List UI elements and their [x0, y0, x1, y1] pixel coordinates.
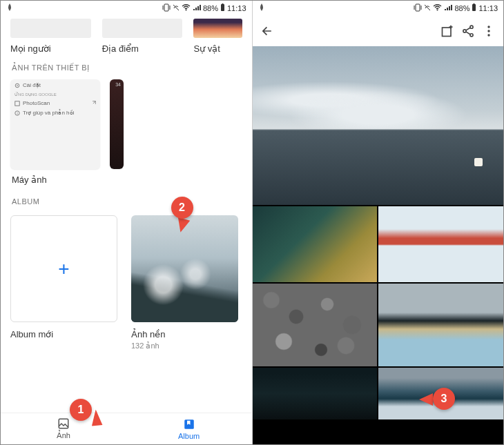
signal-icon — [193, 4, 201, 12]
photo-coast[interactable] — [378, 284, 503, 366]
svg-rect-7 — [15, 101, 19, 105]
svg-rect-3 — [221, 4, 224, 11]
add-to-button[interactable] — [440, 23, 455, 39]
svg-rect-10 — [59, 419, 68, 428]
svg-rect-4 — [222, 3, 223, 5]
album-count: 132 ảnh — [131, 342, 238, 350]
back-button[interactable] — [260, 23, 275, 39]
svg-point-14 — [437, 10, 438, 11]
svg-point-21 — [487, 26, 490, 28]
svg-rect-15 — [472, 4, 476, 11]
water-drop-icon — [6, 3, 13, 13]
album-new[interactable]: + Album mới — [10, 215, 117, 350]
water-drop-icon — [258, 3, 265, 13]
svg-point-23 — [487, 34, 490, 36]
clock-time: 11:13 — [227, 4, 246, 12]
status-bar: 88% 11:13 — [253, 1, 504, 16]
battery-icon — [472, 3, 476, 13]
mute-icon — [173, 4, 180, 12]
category-label: Địa điểm — [102, 43, 183, 54]
toolbar — [253, 16, 504, 46]
photo-hero-clouds-mountain[interactable] — [253, 46, 504, 205]
plus-icon: + — [10, 215, 117, 322]
share-button[interactable] — [461, 23, 476, 39]
nav-label: Ảnh — [57, 431, 70, 440]
photo-icon — [57, 417, 70, 430]
svg-rect-0 — [164, 4, 168, 11]
step-marker-2: 2 — [171, 197, 193, 219]
nav-label: Album — [178, 432, 200, 440]
photo-forest-river[interactable] — [253, 206, 378, 282]
album-label: Ảnh nền — [131, 329, 238, 339]
thumb-placeholder — [102, 19, 183, 38]
thumb-sunset — [193, 19, 242, 38]
nav-photos[interactable]: Ảnh — [1, 413, 126, 444]
step-marker-1: 1 — [70, 399, 92, 421]
album-label: Album mới — [10, 329, 117, 339]
section-device-photos: ẢNH TRÊN THIẾT BỊ — [1, 54, 252, 79]
menu-item-settings: Cài đặt — [14, 82, 96, 88]
wifi-icon — [182, 4, 191, 12]
more-button[interactable] — [481, 23, 496, 39]
svg-rect-16 — [474, 3, 475, 5]
battery-percentage: 88% — [454, 4, 469, 12]
signal-icon — [444, 4, 452, 12]
step-marker-3: 3 — [433, 388, 455, 410]
category-things[interactable]: Sự vật — [193, 19, 242, 54]
svg-rect-12 — [416, 4, 420, 11]
mute-icon — [424, 4, 431, 12]
vibrate-icon — [162, 3, 171, 13]
svg-rect-17 — [443, 28, 452, 37]
menu-item-help: i Trợ giúp và phản hồi — [14, 110, 96, 116]
svg-point-6 — [17, 85, 18, 86]
wifi-icon — [433, 4, 442, 12]
menu-item-photoscan: PhotoScan — [14, 100, 96, 106]
thumb-placeholder — [10, 19, 91, 38]
album-wallpaper[interactable]: Ảnh nền 132 ảnh — [131, 215, 238, 350]
device-card-2[interactable]: 34 — [110, 79, 124, 169]
svg-text:i: i — [17, 111, 17, 115]
category-label: Sự vật — [193, 43, 242, 54]
photo-grid — [253, 46, 504, 444]
svg-point-2 — [185, 10, 186, 11]
phone-albums-view: 88% 11:13 Mọi người Địa điểm Sự vật ẢNH … — [1, 1, 253, 444]
category-people[interactable]: Mọi người — [10, 19, 91, 54]
status-bar: 88% 11:13 — [1, 1, 252, 16]
clock-time: 11:13 — [478, 4, 498, 12]
photo-golden-gate[interactable] — [378, 206, 503, 282]
photo-pebbles[interactable] — [253, 284, 378, 366]
nav-album[interactable]: Album — [126, 413, 252, 444]
bottom-nav: Ảnh Album — [1, 413, 252, 444]
arrow-icon — [419, 393, 433, 406]
svg-point-22 — [487, 30, 490, 32]
device-card-camera[interactable]: Cài đặt ỨNG DỤNG GOOGLE PhotoScan i Trợ … — [10, 79, 100, 169]
battery-percentage: 88% — [203, 4, 218, 12]
category-label: Mọi người — [10, 43, 91, 54]
phone-gallery-view: 88% 11:13 — [253, 1, 504, 444]
category-places[interactable]: Địa điểm — [102, 19, 183, 54]
vibrate-icon — [414, 3, 422, 13]
album-icon — [183, 418, 195, 431]
camera-folder-label: Máy ảnh — [1, 169, 252, 188]
photo-dark-forest[interactable] — [253, 368, 378, 419]
menu-header-google-apps: ỨNG DỤNG GOOGLE — [14, 92, 96, 97]
battery-icon — [220, 3, 225, 13]
section-album: ALBUM — [1, 188, 252, 212]
category-row: Mọi người Địa điểm Sự vật — [1, 19, 252, 54]
